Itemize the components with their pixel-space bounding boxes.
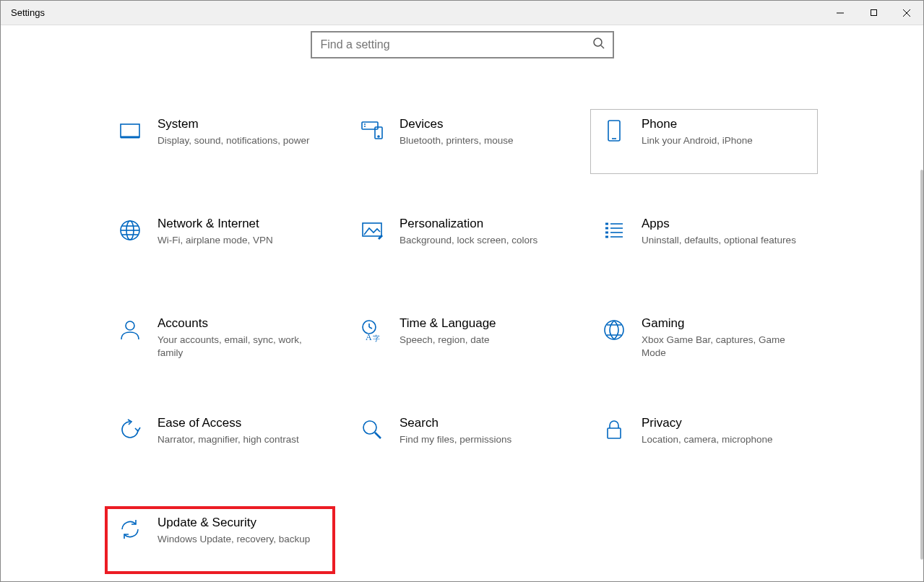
tile-desc: Bluetooth, printers, mouse [400,134,566,147]
tile-privacy[interactable]: PrivacyLocation, camera, microphone [590,408,818,473]
content-area: SystemDisplay, sound, notifications, pow… [1,25,923,573]
scrollbar[interactable] [919,25,923,581]
tile-text: SystemDisplay, sound, notifications, pow… [157,117,324,147]
search-icon [355,417,389,442]
phone-icon [597,118,631,143]
tile-text: PersonalizationBackground, lock screen, … [400,217,566,247]
svg-point-4 [594,38,602,46]
tile-text: GamingXbox Game Bar, captures, Game Mode [642,316,808,360]
tile-title: Time & Language [400,316,566,331]
tile-title: Devices [400,117,566,131]
apps-icon [597,218,631,243]
tile-desc: Windows Update, recovery, backup [157,533,324,546]
svg-line-5 [601,45,604,48]
tile-search[interactable]: SearchFind my files, permissions [348,408,576,473]
tile-title: Search [400,416,566,430]
tile-desc: Narrator, magnifier, high contrast [157,433,324,446]
tile-title: Privacy [642,416,808,430]
tile-system[interactable]: SystemDisplay, sound, notifications, pow… [106,109,334,174]
tile-title: Network & Internet [157,217,324,231]
search-input[interactable] [321,38,592,51]
titlebar: Settings [1,1,923,25]
system-icon [113,118,147,143]
update-icon [113,517,147,542]
tile-desc: Location, camera, microphone [642,433,808,446]
close-button[interactable] [890,1,923,25]
accounts-icon [113,318,147,342]
window-title: Settings [11,7,824,18]
devices-icon [355,118,389,143]
tile-gaming[interactable]: GamingXbox Game Bar, captures, Game Mode [590,308,818,373]
privacy-icon [597,417,631,442]
tile-title: Ease of Access [157,416,324,430]
tile-network[interactable]: Network & InternetWi-Fi, airplane mode, … [106,209,334,274]
ease-icon [113,417,147,442]
time-icon [355,318,389,342]
tile-title: Update & Security [157,516,324,530]
tile-title: Personalization [400,217,566,231]
gaming-icon [597,318,631,342]
search-box[interactable] [311,31,614,58]
svg-rect-1 [871,10,876,16]
tile-text: SearchFind my files, permissions [400,416,566,446]
tile-accounts[interactable]: AccountsYour accounts, email, sync, work… [106,308,334,373]
tile-title: Accounts [157,316,324,331]
scrollbar-thumb[interactable] [920,170,923,560]
tile-desc: Uninstall, defaults, optional features [642,234,808,247]
tile-devices[interactable]: DevicesBluetooth, printers, mouse [348,109,576,174]
network-icon [113,218,147,243]
tile-text: Time & LanguageSpeech, region, date [400,316,566,347]
tile-desc: Find my files, permissions [400,433,566,446]
tile-title: System [157,117,324,131]
tile-title: Gaming [642,316,808,331]
tile-text: PhoneLink your Android, iPhone [642,117,808,147]
tile-time[interactable]: Time & LanguageSpeech, region, date [348,308,576,373]
maximize-button[interactable] [857,1,890,25]
tile-desc: Background, lock screen, colors [400,234,566,247]
tile-title: Apps [642,217,808,231]
minimize-button[interactable] [824,1,857,25]
tile-desc: Link your Android, iPhone [642,134,808,147]
settings-grid: SystemDisplay, sound, notifications, pow… [1,109,923,573]
tile-text: Network & InternetWi-Fi, airplane mode, … [157,217,324,247]
tile-personalization[interactable]: PersonalizationBackground, lock screen, … [348,209,576,274]
personalization-icon [355,218,389,243]
tile-update[interactable]: Update & SecurityWindows Update, recover… [106,508,334,573]
tile-desc: Xbox Game Bar, captures, Game Mode [642,334,808,360]
search-icon [592,37,605,53]
tile-desc: Speech, region, date [400,334,566,347]
tile-text: DevicesBluetooth, printers, mouse [400,117,566,147]
tile-text: AccountsYour accounts, email, sync, work… [157,316,324,360]
tile-ease[interactable]: Ease of AccessNarrator, magnifier, high … [106,408,334,473]
tile-desc: Display, sound, notifications, power [157,134,324,147]
tile-apps[interactable]: AppsUninstall, defaults, optional featur… [590,209,818,274]
tile-text: AppsUninstall, defaults, optional featur… [642,217,808,247]
tile-text: Update & SecurityWindows Update, recover… [157,516,324,546]
tile-desc: Wi-Fi, airplane mode, VPN [157,234,324,247]
tile-text: Ease of AccessNarrator, magnifier, high … [157,416,324,446]
window-controls [824,1,923,25]
tile-text: PrivacyLocation, camera, microphone [642,416,808,446]
tile-phone[interactable]: PhoneLink your Android, iPhone [590,109,818,174]
tile-title: Phone [642,117,808,131]
tile-desc: Your accounts, email, sync, work, family [157,334,324,360]
